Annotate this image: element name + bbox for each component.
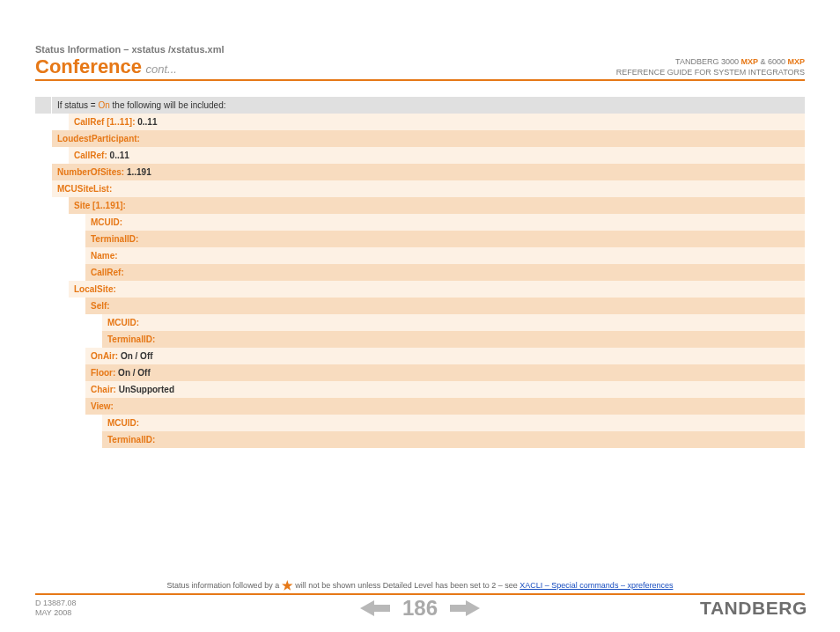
key: MCUSiteList:: [57, 184, 112, 194]
row-mcusitelist: MCUSiteList:: [35, 180, 805, 197]
title-row: Conference cont... TANDBERG 3000 MXP & 6…: [35, 56, 805, 81]
row-chair: Chair: UnSupported: [35, 381, 805, 398]
footnote-link[interactable]: XACLI – Special commands – xpreferences: [519, 581, 673, 590]
doc-meta: D 13887.08 MAY 2008: [35, 599, 77, 619]
key: MCUID:: [91, 217, 122, 227]
val: 0..11: [110, 151, 129, 160]
footnote-pre: Status information followed by a: [167, 581, 282, 590]
row-self-terminalid: TerminalID:: [35, 331, 805, 348]
row-view-mcuid: MCUID:: [35, 415, 805, 431]
row-onair: OnAir: On / Off: [35, 348, 805, 364]
doc-date: MAY 2008: [35, 608, 71, 617]
pager: 186: [360, 596, 480, 621]
footnote-post: will not be shown unless Detailed Level …: [293, 581, 520, 590]
key: TerminalID:: [91, 234, 138, 244]
svg-marker-1: [450, 600, 480, 616]
key: OnAir:: [91, 351, 118, 361]
series-mxp: MXP: [741, 57, 758, 66]
val: On / Off: [118, 368, 151, 378]
row-view: View:: [35, 398, 805, 415]
val: 0..11: [137, 117, 157, 127]
key: TerminalID:: [107, 435, 155, 445]
row-site-terminalid: TerminalID:: [35, 231, 805, 247]
series-sub: REFERENCE GUIDE FOR SYSTEM INTEGRATORS: [616, 68, 805, 77]
key: NumberOfSites:: [57, 167, 124, 177]
row-site-callref: CallRef:: [35, 264, 805, 281]
brand-logo: TANDBERG: [700, 599, 807, 619]
key: MCUID:: [107, 418, 139, 428]
series-pre: TANDBERG 3000: [675, 57, 739, 66]
row-view-terminalid: TerminalID:: [35, 431, 805, 448]
key: CallRef [1..11]:: [74, 117, 135, 127]
page-title-cont: cont...: [146, 62, 177, 76]
val: On / Off: [121, 351, 153, 361]
key: CallRef:: [74, 151, 107, 160]
row-floor: Floor: On / Off: [35, 364, 805, 381]
row-lp-callref: CallRef: 0..11: [35, 147, 805, 164]
doc-series: TANDBERG 3000 MXP & 6000 MXP REFERENCE G…: [616, 56, 805, 77]
text: If status =: [57, 100, 98, 110]
series-mid: & 6000: [758, 57, 785, 66]
val: UnSupported: [119, 385, 174, 394]
doc-id: D 13887.08: [35, 599, 77, 607]
key: Floor:: [91, 368, 115, 378]
key: Name:: [91, 251, 118, 261]
key: Chair:: [91, 385, 116, 394]
key: TerminalID:: [107, 334, 155, 344]
series-mxp2: MXP: [787, 57, 805, 66]
breadcrumb: Status Information – xstatus /xstatus.xm…: [35, 44, 805, 55]
key: LocalSite:: [74, 284, 116, 294]
key: Self:: [91, 301, 110, 311]
row-callref: CallRef [1..11]: 0..11: [35, 114, 805, 130]
key: Site [1..191]:: [74, 201, 126, 210]
row-localsite: LocalSite:: [35, 281, 805, 298]
text: the following will be included:: [110, 100, 226, 110]
key: LoudestParticipant:: [57, 134, 140, 143]
row-self-mcuid: MCUID:: [35, 314, 805, 331]
row-numberofsites: NumberOfSites: 1..191: [35, 164, 805, 180]
footnote: Status information followed by a ★ will …: [35, 577, 805, 595]
star-icon: ★: [282, 578, 293, 592]
page-number: 186: [402, 596, 438, 621]
row-status-on: If status = On the following will be inc…: [35, 97, 805, 114]
status-table: If status = On the following will be inc…: [35, 97, 805, 448]
row-self: Self:: [35, 298, 805, 314]
key: View:: [91, 401, 114, 411]
val: 1..191: [127, 167, 151, 177]
row-site-name: Name:: [35, 247, 805, 264]
row-site: Site [1..191]:: [35, 197, 805, 214]
next-page-icon[interactable]: [450, 600, 480, 616]
prev-page-icon[interactable]: [360, 600, 390, 616]
key: MCUID:: [107, 318, 139, 327]
svg-marker-0: [360, 600, 390, 616]
key: CallRef:: [91, 268, 124, 277]
on-word: On: [98, 100, 109, 110]
row-loudest-participant: LoudestParticipant:: [35, 130, 805, 147]
page-title: Conference: [35, 55, 142, 77]
row-site-mcuid: MCUID:: [35, 214, 805, 231]
footer: Status information followed by a ★ will …: [35, 577, 805, 619]
